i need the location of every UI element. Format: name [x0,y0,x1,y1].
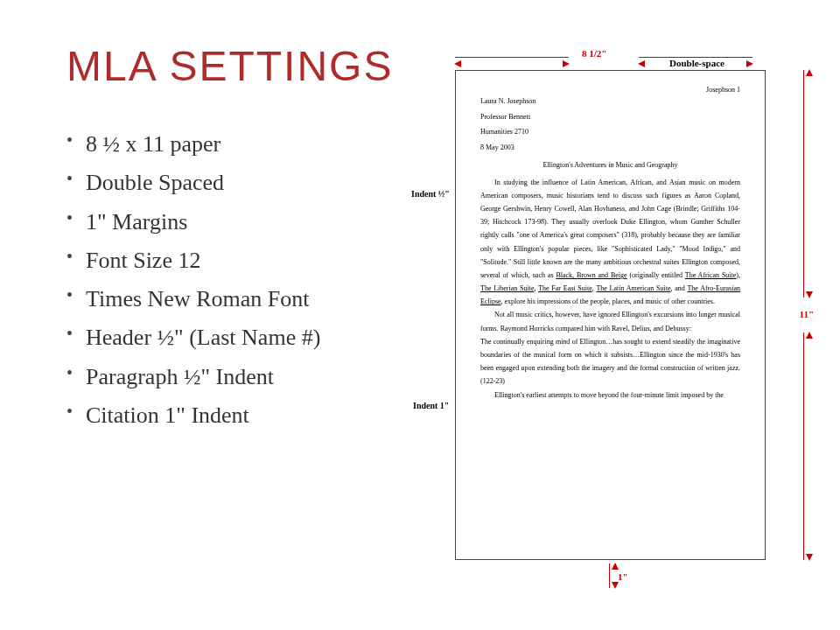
page-width-label: 8 1/2" [582,48,606,59]
p1-u1: Black, Brown and Beige [556,271,626,279]
bottom-margin-label: 1" [618,571,628,582]
bottom-margin-arrow [604,564,616,588]
sample-paper: Josephson 1 Laura N. Josephson Professor… [455,70,766,560]
paper-title: Ellington's Adventures in Music and Geog… [480,158,740,172]
bullet-item: 1" Margins [66,205,452,240]
p1-text: , explore his impressions of the people,… [501,298,715,305]
paper-heading: Laura N. Josephson Professor Bennett Hum… [480,94,740,155]
bullet-item: Paragraph ½" Indent [66,360,452,395]
p1-u2: The African Suite [685,271,737,279]
paper-paragraph-3: Ellington's earliest attempts to move be… [480,388,740,402]
bullet-item: Times New Roman Font [66,282,452,317]
p1-u4: The Far East Suite [538,284,592,292]
paper-page-number: Josephson 1 [706,83,740,96]
heading-line: Professor Bennett [480,109,740,125]
p1-text: (originally entitled [627,271,685,279]
indent-half-label: Indent ½" [411,189,450,199]
heading-line: Laura N. Josephson [480,94,740,109]
slide: MLA SETTINGS 8 ½ x 11 paper Double Space… [0,0,840,630]
p1-u3: The Liberian Suite [480,284,535,292]
heading-line: 8 May 2003 [480,140,740,156]
heading-line: Humanities 2710 [480,124,740,140]
bullet-item: Citation 1" Indent [66,398,452,433]
paper-paragraph-1: In studying the influence of Latin Ameri… [480,176,740,309]
p1-text: , and [671,284,688,292]
bullet-item: Double Spaced [66,165,452,200]
p1-text: ), [736,271,740,279]
paper-paragraph-2: Not all music critics, however, have ign… [480,308,740,334]
mla-diagram: 8 1/2" Double-space 11" 1" ½" Indent ½" … [429,51,814,593]
bullet-item: Header ½" (Last Name #) [66,320,452,355]
p1-u5: The Latin American Suite [596,284,670,292]
page-height-label: 11" [800,309,815,319]
bullet-item: Font Size 12 [66,243,452,278]
paper-block-quote: The continually enquiring mind of Elling… [480,335,740,388]
indent-full-label: Indent 1" [413,401,449,410]
p1-text: In studying the influence of Latin Ameri… [480,178,740,279]
bullet-item: 8 ½ x 11 paper [66,127,452,162]
bullet-list: 8 ½ x 11 paper Double Spaced 1" Margins … [66,127,452,437]
double-space-label: Double-space [669,58,724,68]
